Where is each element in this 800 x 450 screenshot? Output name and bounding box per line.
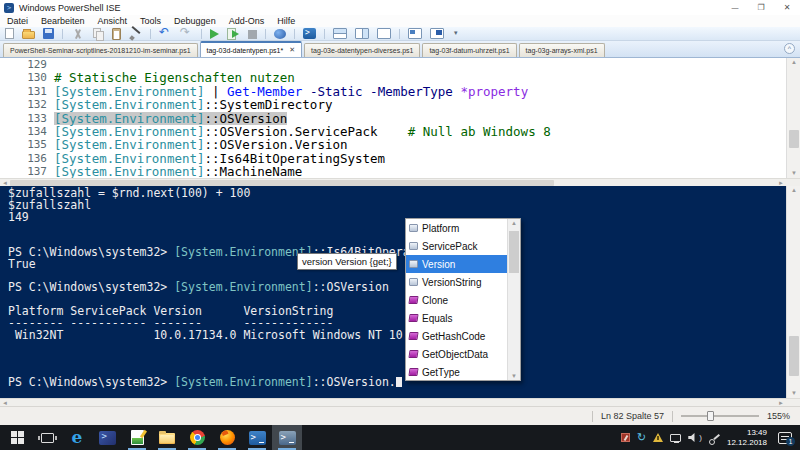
scroll-up-icon[interactable]: ▲ xyxy=(787,58,800,67)
save-button[interactable] xyxy=(43,28,54,39)
code-text: [System.Environment]::OSVersion.ServiceP… xyxy=(54,125,551,138)
code-text: [System.Environment]::OSVersion.Version xyxy=(54,138,348,151)
menu-bearbeiten[interactable]: Bearbeiten xyxy=(41,16,85,26)
console-line: PS C:\Windows\system32> [System.Environm… xyxy=(8,282,786,294)
overflow-button[interactable] xyxy=(452,28,465,40)
scroll-up-icon[interactable]: ▲ xyxy=(508,220,520,226)
dropdown-item-clone[interactable]: Clone xyxy=(406,291,507,309)
dropdown-item-gethashcode[interactable]: GetHashCode xyxy=(406,327,507,345)
collapse-tabs-button[interactable] xyxy=(784,43,795,54)
tab-bar: PowerShell-Seminar-scriptlines-20181210-… xyxy=(0,41,800,58)
taskbar-button-edge[interactable] xyxy=(62,425,92,450)
layout-top-button[interactable] xyxy=(333,28,347,39)
tab-powershell-seminar-scriptlines-20181210-im-seminar-ps1[interactable]: PowerShell-Seminar-scriptlines-20181210-… xyxy=(3,43,198,57)
stop-button[interactable] xyxy=(248,30,257,39)
console-vertical-scrollbar[interactable]: ▲ ▼ xyxy=(786,186,800,398)
net-tray-icon[interactable] xyxy=(670,434,681,442)
taskbar-button-start[interactable] xyxy=(2,425,32,450)
taskbar-button-image-editor[interactable] xyxy=(122,425,152,450)
taskbar-clock[interactable]: 13:49 12.12.2018 xyxy=(727,428,767,447)
menubar: DateiBearbeitenAnsichtToolsDebuggenAdd-O… xyxy=(0,15,800,27)
scroll-down-icon[interactable]: ▼ xyxy=(508,373,520,379)
layout-right-button[interactable] xyxy=(355,28,369,39)
close-button[interactable] xyxy=(774,0,800,15)
dropdown-item-gettype[interactable]: GetType xyxy=(406,363,507,380)
clear-console-button[interactable] xyxy=(129,28,142,40)
taskbar-button-taskview[interactable] xyxy=(32,425,62,450)
zoom-slider[interactable] xyxy=(681,410,759,422)
script-pane-top-button[interactable] xyxy=(408,28,422,39)
taskbar-button-ise-pinned[interactable] xyxy=(92,425,122,450)
dropdown-item-label: GetType xyxy=(422,367,460,378)
scroll-down-icon[interactable]: ▼ xyxy=(787,389,800,398)
tab-close-icon[interactable] xyxy=(289,46,295,54)
tab-tag-03f-datum-uhrzeit-ps1[interactable]: tag-03f-datum-uhrzeit.ps1 xyxy=(422,43,516,57)
line-number: 130 xyxy=(0,71,54,84)
menu-add-ons[interactable]: Add-Ons xyxy=(229,16,265,26)
menu-ansicht[interactable]: Ansicht xyxy=(98,16,128,26)
editor-line: 132[System.Environment]::SystemDirectory xyxy=(0,98,786,111)
dropdown-item-servicepack[interactable]: ServicePack xyxy=(406,237,507,255)
undo-button[interactable] xyxy=(159,28,172,40)
taskbar-button-powershell[interactable] xyxy=(242,425,272,450)
console-line: Win32NT 10.0.17134.0 Microsoft Windows N… xyxy=(8,330,786,342)
scroll-down-icon[interactable]: ▼ xyxy=(787,169,800,178)
warn-tray-icon[interactable] xyxy=(653,433,663,442)
toolbar-separator xyxy=(294,29,295,39)
dropdown-scrollbar[interactable]: ▲ ▼ xyxy=(507,219,520,380)
property-icon xyxy=(409,278,418,286)
system-tray: 13:49 12.12.2018 1 xyxy=(621,428,800,447)
zoom-slider-knob[interactable] xyxy=(707,411,714,421)
sync-tray-icon[interactable] xyxy=(637,432,646,443)
dropdown-item-versionstring[interactable]: VersionString xyxy=(406,273,507,291)
intellisense-tooltip: version Version {get;} xyxy=(297,253,397,270)
titlebar: > Windows PowerShell ISE xyxy=(0,0,800,15)
new-file-button[interactable] xyxy=(5,28,14,39)
scroll-up-icon[interactable]: ▲ xyxy=(787,186,800,195)
script-editor-pane[interactable]: 129130# Statische Eigenschaften nutzen13… xyxy=(0,58,786,178)
toolbar-separator xyxy=(399,29,400,39)
open-button[interactable] xyxy=(22,31,35,39)
editor-vertical-scrollbar[interactable]: ▲ ▼ xyxy=(786,58,800,178)
minimize-button[interactable] xyxy=(722,0,748,15)
flash-tray-icon[interactable] xyxy=(621,433,630,442)
taskbar-button-ise-active[interactable] xyxy=(272,425,302,450)
dropdown-item-version[interactable]: Version xyxy=(406,255,507,273)
editor-horizontal-scrollbar[interactable]: ◄ ► xyxy=(0,178,800,186)
status-bar: Ln 82 Spalte 57 155% xyxy=(0,406,800,425)
redo-button[interactable] xyxy=(180,28,193,40)
maximize-button[interactable] xyxy=(748,0,774,15)
new-remote-tab-button[interactable] xyxy=(274,29,286,39)
dropdown-item-label: Platform xyxy=(422,223,459,234)
editor-line: 134[System.Environment]::OSVersion.Servi… xyxy=(0,125,786,138)
tab-tag-03g-arrays-xml-ps1[interactable]: tag-03g-arrays-xml.ps1 xyxy=(519,43,605,57)
layout-max-button[interactable] xyxy=(377,28,391,39)
start-powershell-button[interactable] xyxy=(303,28,316,39)
console-pane[interactable]: $zufallszahl = $rnd.next(100) + 100$zufa… xyxy=(0,186,786,398)
key-tray-icon[interactable] xyxy=(709,432,720,443)
copy-button[interactable] xyxy=(92,28,104,40)
paste-button[interactable] xyxy=(112,28,121,40)
dropdown-item-platform[interactable]: Platform xyxy=(406,219,507,237)
tab-tag-03d-datentypen-ps1-[interactable]: tag-03d-datentypen.ps1* xyxy=(200,41,303,57)
run-script-button[interactable] xyxy=(210,29,219,39)
taskbar-button-chrome[interactable] xyxy=(182,425,212,450)
taskbar-button-firefox[interactable] xyxy=(212,425,242,450)
script-pane-right-button[interactable] xyxy=(430,28,444,39)
cut-button[interactable] xyxy=(71,28,84,40)
editor-line: 131[System.Environment] | Get-Member -St… xyxy=(0,85,786,98)
vol-tray-icon[interactable] xyxy=(688,433,698,442)
menu-tools[interactable]: Tools xyxy=(140,16,161,26)
ise-pinned-icon xyxy=(99,431,116,445)
dropdown-item-equals[interactable]: Equals xyxy=(406,309,507,327)
console-line xyxy=(8,223,786,235)
action-center-icon[interactable]: 1 xyxy=(778,432,792,444)
run-selection-button[interactable] xyxy=(227,28,240,40)
menu-hilfe[interactable]: Hilfe xyxy=(277,16,295,26)
dropdown-item-getobjectdata[interactable]: GetObjectData xyxy=(406,345,507,363)
cursor-position-label: Ln 82 Spalte 57 xyxy=(601,411,664,421)
menu-datei[interactable]: Datei xyxy=(7,16,28,26)
taskbar-button-folder[interactable] xyxy=(152,425,182,450)
tab-tag-03e-datentypen-diverses-ps1[interactable]: tag-03e-datentypen-diverses.ps1 xyxy=(304,43,420,57)
console-horizontal-scrollbar[interactable]: ◄ ► xyxy=(0,398,800,406)
